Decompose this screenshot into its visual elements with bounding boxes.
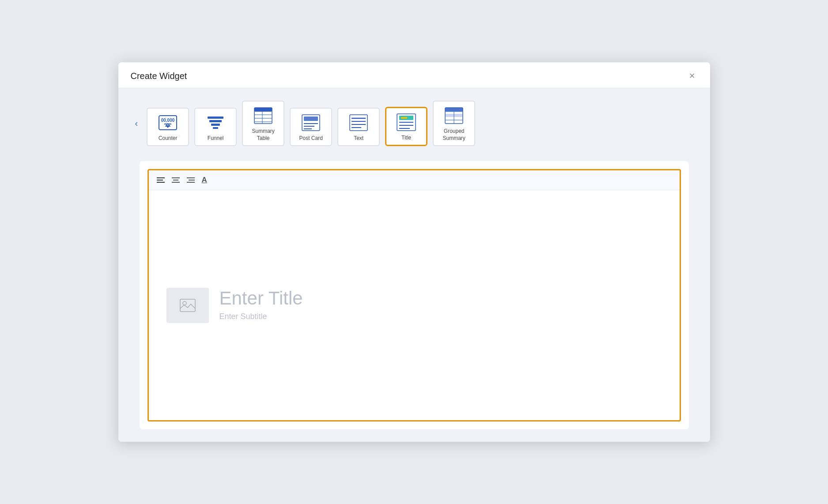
enter-subtitle-placeholder[interactable]: Enter Subtitle	[219, 312, 303, 321]
widget-item-funnel[interactable]: Funnel	[194, 108, 237, 147]
align-center-icon	[172, 177, 180, 183]
image-icon	[180, 299, 196, 312]
grouped-summary-icon	[443, 106, 465, 125]
svg-rect-8	[213, 127, 218, 129]
widget-item-grouped-summary[interactable]: Grouped Summary	[433, 101, 475, 146]
post-card-icon	[300, 113, 321, 132]
svg-rect-7	[211, 124, 220, 126]
counter-icon: 00,000	[157, 113, 178, 132]
title-widget-preview: A Enter Title Ente	[147, 169, 681, 421]
widget-item-counter[interactable]: 00,000 Counter	[147, 108, 189, 147]
text-widget-icon	[348, 113, 369, 132]
svg-rect-20	[350, 115, 367, 131]
align-right-button[interactable]	[185, 176, 197, 184]
widget-item-text[interactable]: Text	[337, 108, 380, 147]
title-text-area: Enter Title Enter Subtitle	[219, 289, 303, 321]
align-left-button[interactable]	[155, 176, 166, 184]
widget-item-title[interactable]: Title	[385, 107, 427, 147]
grouped-summary-label: Grouped Summary	[439, 128, 469, 142]
dialog-body: ‹ 00,000 Counter	[118, 88, 710, 442]
image-placeholder	[166, 288, 209, 323]
align-left-icon	[157, 177, 165, 183]
post-card-label: Post Card	[299, 135, 322, 142]
align-center-button[interactable]	[170, 176, 181, 184]
svg-rect-16	[304, 117, 318, 121]
svg-rect-27	[401, 117, 407, 119]
preview-area: A Enter Title Ente	[118, 157, 710, 442]
title-widget-toolbar: A	[149, 170, 680, 190]
summary-table-icon	[253, 106, 274, 125]
align-right-icon	[187, 177, 195, 183]
dialog-title: Create Widget	[131, 71, 187, 81]
funnel-label: Funnel	[208, 135, 224, 142]
svg-rect-32	[445, 108, 463, 112]
svg-rect-6	[209, 120, 222, 122]
widget-item-summary-table[interactable]: Summary Table	[242, 101, 284, 146]
funnel-icon	[205, 113, 226, 132]
svg-text:00,000: 00,000	[161, 118, 175, 123]
summary-table-label: Summary Table	[248, 128, 278, 142]
svg-rect-5	[208, 117, 223, 119]
prev-arrow-button[interactable]: ‹	[131, 115, 143, 132]
svg-point-47	[183, 301, 186, 305]
widget-item-post-card[interactable]: Post Card	[290, 108, 332, 147]
svg-rect-46	[180, 299, 195, 312]
counter-label: Counter	[159, 135, 178, 142]
title-label: Title	[401, 135, 411, 142]
dialog-header: Create Widget ×	[118, 62, 710, 88]
svg-rect-10	[254, 108, 272, 112]
title-widget-content: Enter Title Enter Subtitle	[149, 190, 680, 420]
text-label: Text	[354, 135, 363, 142]
font-button[interactable]: A	[200, 175, 209, 185]
widget-list: 00,000 Counter	[147, 101, 475, 146]
widget-selector: ‹ 00,000 Counter	[118, 101, 710, 157]
preview-card: A Enter Title Ente	[140, 161, 689, 429]
title-widget-icon	[396, 113, 417, 132]
create-widget-dialog: Create Widget × ‹ 00,000	[118, 62, 710, 442]
close-button[interactable]: ×	[687, 70, 698, 82]
enter-title-placeholder[interactable]: Enter Title	[219, 289, 303, 308]
